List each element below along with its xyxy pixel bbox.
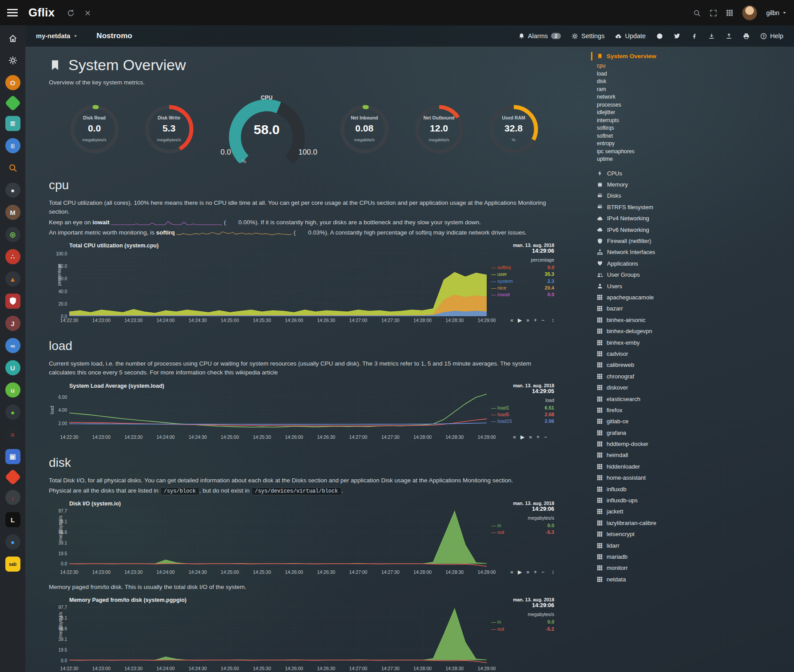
rnav-apacheguacamole[interactable]: apacheguacamole [591, 292, 794, 303]
rnav-chronograf[interactable]: chronograf [591, 371, 794, 382]
legend-in[interactable]: — in0.0 [491, 619, 554, 625]
avatar[interactable] [742, 5, 757, 20]
gauge-net-outbound[interactable]: Net Outbound12.0megabits/s [413, 101, 465, 159]
rail-app-lazy[interactable]: L [5, 512, 20, 527]
rail-app-green-u[interactable]: u [5, 382, 20, 398]
chart-cpu[interactable]: Total CPU utilization (system.cpu) perce… [49, 243, 586, 324]
chart-disk-io[interactable]: Disk I/O (system.io) megabytes/s 97.778.… [49, 501, 586, 576]
legend-nice[interactable]: — nice20.4 [491, 285, 554, 291]
rnav-cpus[interactable]: CPUs [591, 168, 794, 179]
chart-load[interactable]: System Load Average (system.load) load 6… [49, 383, 586, 441]
chart-resize-handle[interactable]: ↕ [552, 317, 554, 323]
disk-io-plot[interactable] [69, 509, 487, 568]
ndnav-facebook[interactable] [691, 33, 698, 40]
gauge-used-ram[interactable]: Used RAM32.8% [488, 101, 540, 159]
rail-app-flame[interactable]: ▲ [5, 271, 20, 286]
rnav-network-interfaces[interactable]: Network Interfaces [591, 247, 794, 258]
rnav-jackett[interactable]: jackett [591, 506, 794, 517]
rnav-sub-disk[interactable]: disk [597, 78, 794, 86]
legend-load5[interactable]: — load52.68 [491, 411, 554, 418]
pgpgio-plot[interactable] [69, 605, 487, 664]
rnav-sub-load[interactable]: load [597, 70, 794, 78]
rnav-sub-idlejitter[interactable]: idlejitter [597, 109, 794, 117]
refresh-icon[interactable] [67, 8, 75, 16]
rnav-ipv6-networking[interactable]: IPv6 Networking [591, 224, 794, 235]
fullscreen-icon[interactable] [710, 8, 717, 16]
rnav-hiddenloader[interactable]: hiddenloader [591, 461, 794, 472]
cpu-plot[interactable] [69, 251, 487, 316]
rnav-applications[interactable]: Applications [591, 258, 794, 269]
apps-grid-icon[interactable] [726, 9, 733, 17]
ndnav-settings[interactable]: Settings [572, 32, 604, 40]
gauge-disk-read[interactable]: Disk Read0.0megabytes/s [69, 101, 120, 159]
rnav-binhex-emby[interactable]: binhex-emby [591, 337, 794, 348]
legend-out[interactable]: — out-5.2 [491, 626, 554, 632]
rail-home[interactable] [5, 31, 20, 46]
rail-app-maroon[interactable]: J [5, 316, 20, 331]
gauge-cpu[interactable]: CPU58.00.0100.0% [218, 96, 316, 163]
rnav-binhex-delugevpn[interactable]: binhex-delugevpn [591, 326, 794, 337]
rnav-sub-ipc-semaphores[interactable]: ipc semaphores [597, 148, 794, 156]
search-icon[interactable] [693, 8, 701, 16]
rnav-calibreweb[interactable]: calibreweb [591, 359, 794, 370]
rail-app-green-ring[interactable]: ◎ [5, 227, 20, 242]
rnav-btrfs-filesystem[interactable]: BTRFS filesystem [591, 202, 794, 213]
rnav-bazarr[interactable]: bazarr [591, 303, 794, 314]
rnav-firefox[interactable]: firefox [591, 405, 794, 416]
rail-app-teal-u[interactable]: U [5, 360, 20, 375]
legend-system[interactable]: — system2.3 [491, 278, 554, 284]
rnav-monitorr[interactable]: monitorr [591, 562, 794, 573]
rnav-hddtemp-docker[interactable]: hddtemp-docker [591, 438, 794, 449]
rail-app-blue-window[interactable]: ▣ [5, 449, 20, 464]
ndnav-github[interactable] [656, 33, 663, 40]
rnav-sub-network[interactable]: network [597, 93, 794, 101]
rail-app-brown-circle[interactable]: M [5, 205, 20, 220]
rail-app-red-shield[interactable] [5, 294, 20, 309]
rnav-sub-softnet[interactable]: softnet [597, 132, 794, 140]
legend-iowait[interactable]: — iowait0.0 [491, 291, 554, 298]
rnav-lazylibrarian-calibre[interactable]: lazylibrarian-calibre [591, 517, 794, 529]
rnav-influxdb[interactable]: influxdb [591, 483, 794, 494]
rnav-sub-softirqs[interactable]: softirqs [597, 124, 794, 132]
rail-app-blue-drop[interactable]: ● [5, 534, 20, 549]
legend-in[interactable]: — in0.0 [491, 522, 554, 529]
rnav-sub-uptime[interactable]: uptime [597, 155, 794, 163]
chart-resize-handle[interactable]: ↕ [552, 569, 554, 575]
ndnav-twitter[interactable] [674, 33, 680, 40]
hamburger-menu-button[interactable] [7, 9, 18, 16]
gauge-disk-write[interactable]: Disk Write5.3megabytes/s [143, 101, 195, 159]
rnav-home-assistant[interactable]: home-assistant [591, 472, 794, 483]
rnav-binhex-airsonic[interactable]: binhex-airsonic [591, 314, 794, 326]
rnav-sub-interrupts[interactable]: interrupts [597, 117, 794, 125]
legend-out[interactable]: — out-5.3 [491, 529, 554, 535]
close-icon[interactable] [84, 9, 91, 17]
ndnav-upload[interactable] [726, 33, 732, 40]
rnav-diskover[interactable]: diskover [591, 382, 794, 393]
legend-user[interactable]: — user35.3 [491, 271, 554, 277]
rnav-netdata[interactable]: netdata [591, 574, 794, 585]
rnav-memory[interactable]: Memory [591, 179, 794, 190]
rnav-grafana[interactable]: grafana [591, 427, 794, 438]
ndnav-help[interactable]: Help [760, 32, 783, 40]
rnav-sub-ram[interactable]: ram [597, 86, 794, 94]
rnav-user-groups[interactable]: User Groups [591, 269, 794, 280]
rail-app-gitlab[interactable] [4, 469, 21, 485]
rail-app-green-play[interactable] [4, 95, 21, 111]
rail-app-teal-library[interactable]: ≣ [5, 116, 20, 131]
rnav-lidarr[interactable]: lidarr [591, 540, 794, 551]
rnav-ipv4-networking[interactable]: IPv4 Networking [591, 213, 794, 224]
chart-toolbar[interactable]: «▶»+− [510, 317, 544, 323]
rnav-influxdb-ups[interactable]: influxdb-ups [591, 495, 794, 506]
rail-app-blue-bars[interactable]: ||| [5, 138, 20, 153]
rail-app-sab[interactable]: sab [5, 557, 20, 572]
rail-app-red-down[interactable]: ↓ [5, 490, 20, 505]
rnav-sub-cpu[interactable]: cpu [597, 62, 794, 70]
rail-app-bars-red-green[interactable]: ≡ [5, 427, 20, 442]
chart-toolbar[interactable]: «▶»+− [513, 434, 547, 440]
ndnav-download[interactable] [708, 33, 715, 40]
load-plot[interactable] [69, 391, 487, 433]
rnav-gitlab-ce[interactable]: gitlab-ce [591, 416, 794, 427]
rnav-firewall-netfilter[interactable]: Firewall (netfilter) [591, 235, 794, 247]
rnav-heimdall[interactable]: heimdall [591, 449, 794, 461]
rnav-mariadb[interactable]: mariadb [591, 551, 794, 562]
